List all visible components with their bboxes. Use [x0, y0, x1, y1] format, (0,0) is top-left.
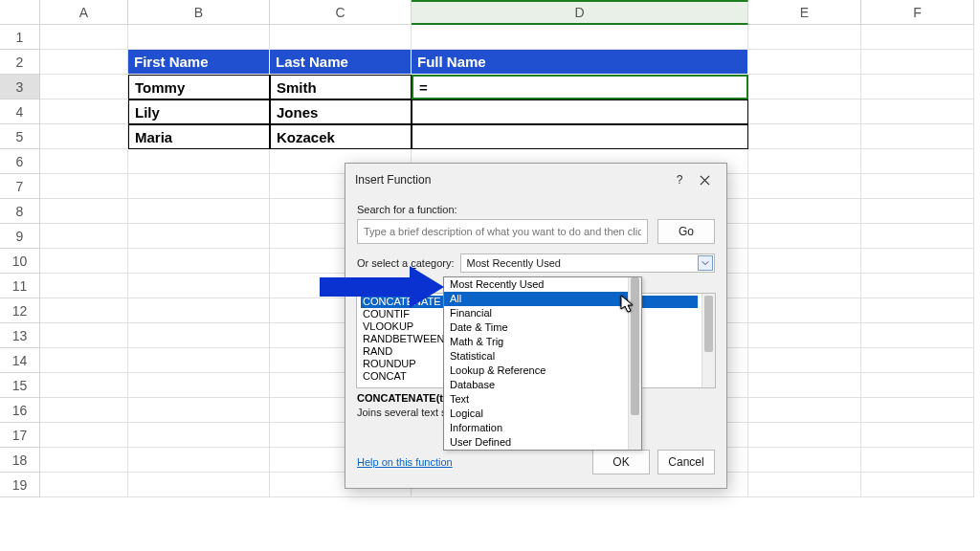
cell[interactable]	[40, 199, 128, 224]
cell[interactable]	[861, 298, 974, 323]
cell[interactable]	[128, 423, 270, 448]
scrollbar[interactable]	[702, 294, 715, 387]
cell[interactable]	[40, 174, 128, 199]
col-header-b[interactable]: B	[128, 0, 270, 25]
cell[interactable]	[128, 274, 270, 298]
row-header[interactable]: 13	[0, 323, 40, 348]
cell[interactable]	[40, 423, 128, 448]
category-option[interactable]: Text	[444, 392, 628, 407]
cell[interactable]	[40, 398, 128, 423]
category-combobox[interactable]: Most Recently Used	[460, 253, 716, 273]
cell[interactable]	[40, 323, 128, 348]
row-header[interactable]: 17	[0, 423, 40, 448]
cell[interactable]	[128, 224, 270, 249]
row-header[interactable]: 19	[0, 473, 40, 497]
cell[interactable]	[748, 249, 861, 274]
cell[interactable]	[40, 25, 128, 50]
table-cell[interactable]: Maria	[128, 124, 270, 149]
ok-button[interactable]: OK	[592, 450, 650, 474]
row-header[interactable]: 10	[0, 249, 40, 274]
col-header-c[interactable]: C	[270, 0, 412, 25]
row-header[interactable]: 1	[0, 25, 40, 50]
cell[interactable]	[861, 448, 974, 473]
row-header[interactable]: 4	[0, 99, 40, 124]
row-header[interactable]: 16	[0, 398, 40, 423]
category-option-selected[interactable]: All	[444, 292, 628, 306]
cell[interactable]	[861, 124, 974, 149]
row-header[interactable]: 9	[0, 224, 40, 249]
cell[interactable]	[861, 348, 974, 373]
cell[interactable]	[128, 323, 270, 348]
cell[interactable]	[748, 448, 861, 473]
cell[interactable]	[748, 398, 861, 423]
cell[interactable]	[748, 323, 861, 348]
row-header[interactable]: 11	[0, 274, 40, 298]
cell[interactable]	[40, 50, 128, 75]
cell[interactable]	[128, 149, 270, 174]
cell[interactable]	[128, 249, 270, 274]
cell[interactable]	[861, 75, 974, 99]
table-cell[interactable]: Tommy	[128, 75, 270, 99]
col-header-e[interactable]: E	[748, 0, 861, 25]
cell[interactable]	[748, 50, 861, 75]
category-option[interactable]: Math & Trig	[444, 335, 628, 349]
active-cell[interactable]: =	[412, 75, 748, 99]
row-header[interactable]: 7	[0, 174, 40, 199]
cell[interactable]	[748, 348, 861, 373]
cell[interactable]	[748, 75, 861, 99]
search-input[interactable]	[357, 219, 648, 244]
cell[interactable]	[861, 398, 974, 423]
category-option[interactable]: Statistical	[444, 349, 628, 364]
cell[interactable]	[861, 199, 974, 224]
cell[interactable]	[748, 473, 861, 497]
cell[interactable]	[861, 50, 974, 75]
row-header[interactable]: 3	[0, 75, 40, 99]
cell[interactable]	[861, 473, 974, 497]
row-header[interactable]: 12	[0, 298, 40, 323]
row-header[interactable]: 14	[0, 348, 40, 373]
category-option[interactable]: Database	[444, 378, 628, 392]
help-link[interactable]: Help on this function	[357, 456, 585, 468]
row-header[interactable]: 15	[0, 373, 40, 398]
cell[interactable]	[40, 224, 128, 249]
cell[interactable]	[128, 298, 270, 323]
row-header[interactable]: 2	[0, 50, 40, 75]
close-icon[interactable]	[692, 169, 717, 190]
row-header[interactable]: 5	[0, 124, 40, 149]
category-option[interactable]: Information	[444, 421, 628, 435]
cell[interactable]	[128, 348, 270, 373]
cell[interactable]	[40, 99, 128, 124]
cell[interactable]	[270, 25, 412, 50]
cell[interactable]	[748, 423, 861, 448]
category-option[interactable]: Logical	[444, 407, 628, 421]
cell[interactable]	[128, 25, 270, 50]
cell[interactable]	[40, 473, 128, 497]
cell[interactable]	[748, 274, 861, 298]
cell[interactable]	[128, 448, 270, 473]
table-header[interactable]: Full Name	[412, 50, 748, 75]
cell[interactable]	[748, 373, 861, 398]
cell[interactable]	[861, 249, 974, 274]
cell[interactable]	[861, 99, 974, 124]
cancel-button[interactable]: Cancel	[657, 450, 715, 474]
cell[interactable]	[748, 199, 861, 224]
corner-header[interactable]	[0, 0, 40, 25]
col-header-f[interactable]: F	[861, 0, 974, 25]
cell[interactable]	[40, 274, 128, 298]
cell[interactable]	[861, 423, 974, 448]
table-cell[interactable]: Jones	[270, 99, 412, 124]
cell[interactable]	[861, 323, 974, 348]
cell[interactable]	[40, 124, 128, 149]
cell[interactable]	[748, 25, 861, 50]
cell[interactable]	[861, 25, 974, 50]
table-cell[interactable]: Smith	[270, 75, 412, 99]
cell[interactable]	[40, 373, 128, 398]
row-header[interactable]: 6	[0, 149, 40, 174]
category-option[interactable]: User Defined	[444, 435, 628, 450]
cell[interactable]	[40, 448, 128, 473]
cell[interactable]	[128, 373, 270, 398]
table-cell[interactable]: Kozacek	[270, 124, 412, 149]
cell[interactable]	[128, 174, 270, 199]
cell[interactable]	[748, 99, 861, 124]
cell[interactable]	[128, 473, 270, 497]
